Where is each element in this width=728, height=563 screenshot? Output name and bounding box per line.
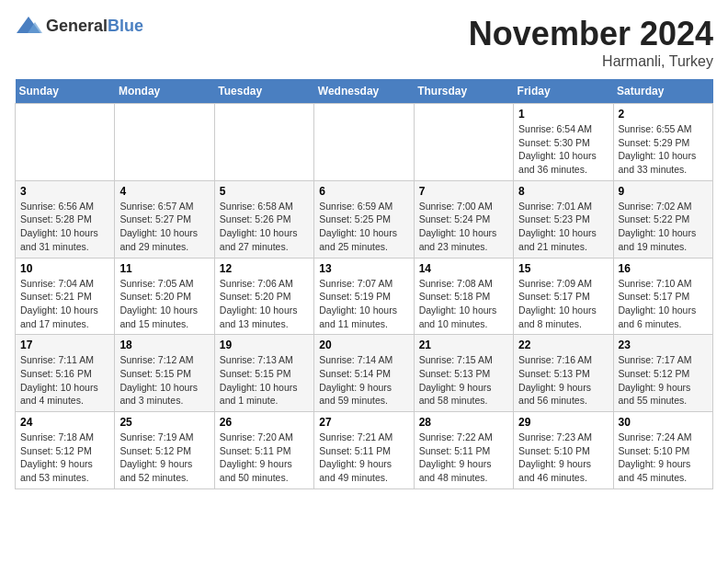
day-cell: 16Sunrise: 7:10 AMSunset: 5:17 PMDayligh… [613, 258, 712, 335]
logo: GeneralBlue [15, 15, 143, 37]
weekday-header-tuesday: Tuesday [214, 79, 313, 104]
day-info: Sunrise: 7:22 AMSunset: 5:11 PMDaylight:… [419, 431, 508, 485]
day-cell: 15Sunrise: 7:09 AMSunset: 5:17 PMDayligh… [514, 258, 613, 335]
day-cell: 4Sunrise: 6:57 AMSunset: 5:27 PMDaylight… [115, 180, 214, 258]
month-title: November 2024 [469, 15, 713, 53]
day-number: 14 [419, 262, 508, 275]
day-number: 17 [20, 339, 109, 351]
day-number: 24 [20, 416, 109, 429]
day-number: 1 [518, 108, 608, 121]
header: GeneralBlue November 2024 Harmanli, Turk… [15, 15, 713, 70]
day-info: Sunrise: 7:02 AMSunset: 5:22 PMDaylight:… [619, 200, 708, 254]
day-number: 2 [619, 108, 708, 121]
day-info: Sunrise: 7:17 AMSunset: 5:12 PMDaylight:… [619, 353, 708, 408]
day-number: 18 [119, 339, 209, 351]
day-number: 21 [419, 339, 508, 351]
day-cell [115, 104, 214, 181]
day-info: Sunrise: 7:07 AMSunset: 5:19 PMDaylight:… [319, 277, 408, 331]
day-info: Sunrise: 7:24 AMSunset: 5:10 PMDaylight:… [619, 431, 708, 485]
day-info: Sunrise: 6:58 AMSunset: 5:26 PMDaylight:… [220, 200, 309, 254]
day-cell [214, 104, 313, 181]
day-cell: 25Sunrise: 7:19 AMSunset: 5:12 PMDayligh… [115, 412, 214, 489]
day-cell: 27Sunrise: 7:21 AMSunset: 5:11 PMDayligh… [314, 412, 414, 489]
day-number: 25 [119, 416, 209, 429]
day-cell: 30Sunrise: 7:24 AMSunset: 5:10 PMDayligh… [613, 412, 712, 489]
week-row-3: 10Sunrise: 7:04 AMSunset: 5:21 PMDayligh… [16, 258, 713, 335]
weekday-header-sunday: Sunday [16, 79, 115, 104]
day-info: Sunrise: 6:56 AMSunset: 5:28 PMDaylight:… [20, 200, 109, 254]
calendar-table: SundayMondayTuesdayWednesdayThursdayFrid… [15, 79, 713, 489]
day-info: Sunrise: 7:14 AMSunset: 5:14 PMDaylight:… [319, 353, 408, 408]
day-info: Sunrise: 7:10 AMSunset: 5:17 PMDaylight:… [619, 277, 708, 331]
day-info: Sunrise: 7:09 AMSunset: 5:17 PMDaylight:… [518, 277, 608, 331]
day-info: Sunrise: 7:08 AMSunset: 5:18 PMDaylight:… [419, 277, 508, 331]
day-info: Sunrise: 6:59 AMSunset: 5:25 PMDaylight:… [319, 200, 408, 254]
day-cell: 20Sunrise: 7:14 AMSunset: 5:14 PMDayligh… [314, 335, 414, 412]
day-cell: 23Sunrise: 7:17 AMSunset: 5:12 PMDayligh… [613, 335, 712, 412]
day-info: Sunrise: 7:21 AMSunset: 5:11 PMDaylight:… [319, 431, 408, 485]
day-cell: 18Sunrise: 7:12 AMSunset: 5:15 PMDayligh… [115, 335, 214, 412]
day-cell: 29Sunrise: 7:23 AMSunset: 5:10 PMDayligh… [514, 412, 613, 489]
day-cell: 7Sunrise: 7:00 AMSunset: 5:24 PMDaylight… [414, 180, 513, 258]
weekday-header-wednesday: Wednesday [314, 79, 414, 104]
day-info: Sunrise: 7:19 AMSunset: 5:12 PMDaylight:… [119, 431, 209, 485]
day-cell: 11Sunrise: 7:05 AMSunset: 5:20 PMDayligh… [115, 258, 214, 335]
day-cell: 5Sunrise: 6:58 AMSunset: 5:26 PMDaylight… [214, 180, 313, 258]
day-info: Sunrise: 7:13 AMSunset: 5:15 PMDaylight:… [220, 353, 309, 408]
day-info: Sunrise: 6:55 AMSunset: 5:29 PMDaylight:… [619, 122, 708, 177]
day-number: 19 [220, 339, 309, 351]
day-number: 11 [119, 262, 209, 275]
day-number: 7 [419, 185, 508, 198]
day-cell [414, 104, 513, 181]
day-number: 23 [619, 339, 708, 351]
day-info: Sunrise: 7:12 AMSunset: 5:15 PMDaylight:… [119, 353, 209, 408]
day-cell [314, 104, 414, 181]
title-area: November 2024 Harmanli, Turkey [469, 15, 713, 70]
day-info: Sunrise: 7:18 AMSunset: 5:12 PMDaylight:… [20, 431, 109, 485]
day-info: Sunrise: 7:11 AMSunset: 5:16 PMDaylight:… [20, 353, 109, 408]
day-number: 28 [419, 416, 508, 429]
week-row-1: 1Sunrise: 6:54 AMSunset: 5:30 PMDaylight… [16, 104, 713, 181]
weekday-header-friday: Friday [514, 79, 613, 104]
day-info: Sunrise: 7:15 AMSunset: 5:13 PMDaylight:… [419, 353, 508, 408]
day-info: Sunrise: 7:16 AMSunset: 5:13 PMDaylight:… [518, 353, 608, 408]
day-cell: 1Sunrise: 6:54 AMSunset: 5:30 PMDaylight… [514, 104, 613, 181]
day-number: 8 [518, 185, 608, 198]
day-cell: 8Sunrise: 7:01 AMSunset: 5:23 PMDaylight… [514, 180, 613, 258]
week-row-4: 17Sunrise: 7:11 AMSunset: 5:16 PMDayligh… [16, 335, 713, 412]
location-title: Harmanli, Turkey [469, 53, 713, 70]
day-cell: 21Sunrise: 7:15 AMSunset: 5:13 PMDayligh… [414, 335, 513, 412]
day-number: 5 [220, 185, 309, 198]
logo-general: GeneralBlue [46, 17, 143, 36]
day-cell: 10Sunrise: 7:04 AMSunset: 5:21 PMDayligh… [16, 258, 115, 335]
weekday-header-row: SundayMondayTuesdayWednesdayThursdayFrid… [16, 79, 713, 104]
day-number: 27 [319, 416, 408, 429]
day-cell: 24Sunrise: 7:18 AMSunset: 5:12 PMDayligh… [16, 412, 115, 489]
weekday-header-thursday: Thursday [414, 79, 513, 104]
day-cell: 13Sunrise: 7:07 AMSunset: 5:19 PMDayligh… [314, 258, 414, 335]
day-number: 6 [319, 185, 408, 198]
day-cell: 12Sunrise: 7:06 AMSunset: 5:20 PMDayligh… [214, 258, 313, 335]
day-cell: 2Sunrise: 6:55 AMSunset: 5:29 PMDaylight… [613, 104, 712, 181]
day-number: 29 [518, 416, 608, 429]
logo-icon [15, 15, 42, 37]
day-info: Sunrise: 7:04 AMSunset: 5:21 PMDaylight:… [20, 277, 109, 331]
day-number: 4 [119, 185, 209, 198]
day-cell: 14Sunrise: 7:08 AMSunset: 5:18 PMDayligh… [414, 258, 513, 335]
day-info: Sunrise: 6:57 AMSunset: 5:27 PMDaylight:… [119, 200, 209, 254]
day-number: 16 [619, 262, 708, 275]
day-info: Sunrise: 7:01 AMSunset: 5:23 PMDaylight:… [518, 200, 608, 254]
day-number: 22 [518, 339, 608, 351]
day-number: 26 [220, 416, 309, 429]
weekday-header-monday: Monday [115, 79, 214, 104]
day-number: 3 [20, 185, 109, 198]
day-number: 15 [518, 262, 608, 275]
day-number: 20 [319, 339, 408, 351]
calendar-body: 1Sunrise: 6:54 AMSunset: 5:30 PMDaylight… [16, 104, 713, 489]
day-cell: 19Sunrise: 7:13 AMSunset: 5:15 PMDayligh… [214, 335, 313, 412]
day-info: Sunrise: 7:06 AMSunset: 5:20 PMDaylight:… [220, 277, 309, 331]
day-number: 30 [619, 416, 708, 429]
day-info: Sunrise: 7:20 AMSunset: 5:11 PMDaylight:… [220, 431, 309, 485]
week-row-2: 3Sunrise: 6:56 AMSunset: 5:28 PMDaylight… [16, 180, 713, 258]
day-cell: 3Sunrise: 6:56 AMSunset: 5:28 PMDaylight… [16, 180, 115, 258]
